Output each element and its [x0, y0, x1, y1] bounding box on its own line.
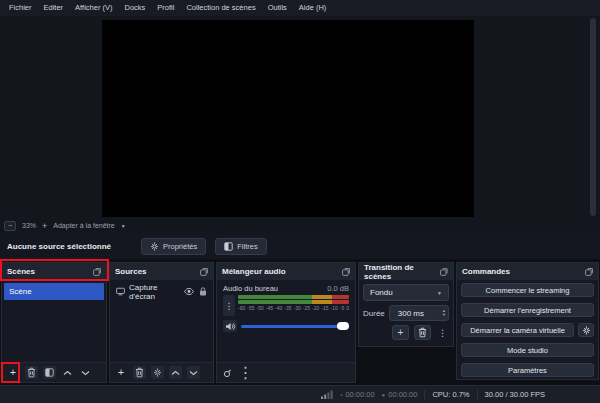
start-recording-button[interactable]: Démarrer l'enregistrement — [461, 303, 594, 317]
source-item-label: Capture d'écran — [129, 283, 180, 301]
filter-icon — [224, 242, 233, 251]
source-item-actions — [184, 287, 207, 296]
add-transition-button[interactable]: + — [392, 325, 409, 340]
stream-status-icon: ▪ — [340, 392, 342, 398]
dock-popout-icon — [440, 268, 448, 276]
record-time: ● 00:00:00 — [382, 390, 418, 399]
move-source-down-button[interactable] — [187, 366, 200, 379]
menu-item-aide[interactable]: Aide (H) — [293, 0, 333, 16]
audio-mixer-panel-header[interactable]: Mélangeur audio — [217, 263, 355, 280]
sources-panel-title: Sources — [115, 267, 147, 276]
fit-to-window-label[interactable]: Adapter à la fenêtre — [53, 222, 115, 229]
transition-type-select[interactable]: Fondu ▼ — [363, 284, 449, 301]
source-properties-button[interactable] — [151, 366, 164, 379]
menu-item-outils[interactable]: Outils — [262, 0, 293, 16]
no-source-selected-label: Aucune source sélectionné — [7, 242, 111, 251]
filters-button-label: Filtres — [237, 242, 257, 251]
remove-scene-button[interactable] — [25, 366, 38, 379]
chevron-down-icon[interactable]: ▼ — [121, 223, 126, 229]
menu-item-afficher[interactable]: Afficher (V) — [69, 0, 118, 16]
lock-icon[interactable] — [199, 287, 207, 296]
scenes-panel: Scènes Scène + — [1, 262, 107, 383]
zoom-in-button[interactable]: + — [42, 221, 47, 231]
add-scene-button[interactable]: + — [6, 366, 20, 379]
controls-panel-header[interactable]: Commandes — [457, 263, 598, 280]
knob-icon — [223, 368, 233, 378]
advanced-audio-button[interactable] — [221, 366, 234, 379]
start-streaming-button[interactable]: Commencer le streaming — [461, 283, 594, 297]
volume-slider[interactable] — [241, 325, 349, 328]
trash-icon — [27, 367, 36, 378]
studio-mode-button[interactable]: Mode studio — [461, 343, 594, 357]
scenes-panel-title: Scènes — [7, 267, 35, 276]
remove-transition-button[interactable] — [414, 325, 431, 340]
scenes-panel-header[interactable]: Scènes — [2, 263, 106, 280]
meter-green-segment — [238, 300, 312, 304]
move-scene-up-button[interactable] — [61, 366, 74, 379]
chevron-down-icon — [189, 370, 198, 376]
menu-item-collection-de-scenes[interactable]: Collection de scènes — [180, 0, 261, 16]
statusbar-divider — [477, 390, 478, 400]
preview-vertical-scrollbar[interactable] — [590, 18, 596, 216]
spin-down-icon[interactable]: ▾ — [443, 313, 445, 317]
virtual-camera-settings-button[interactable] — [578, 323, 594, 337]
menu-item-editer[interactable]: Editer — [38, 0, 70, 16]
scene-transitions-body: Fondu ▼ Durée 300 ms ▴ ▾ + ⋮ — [359, 280, 453, 344]
mixer-channel-name: Audio du bureau — [223, 284, 278, 293]
scene-transitions-panel-title: Transition de scènes — [364, 263, 440, 281]
scene-transitions-panel: Transition de scènes Fondu ▼ Durée 300 m… — [358, 262, 454, 347]
scene-transitions-panel-header[interactable]: Transition de scènes — [359, 263, 453, 280]
move-source-up-button[interactable] — [169, 366, 182, 379]
sources-panel-header[interactable]: Sources — [110, 263, 213, 280]
scene-filters-button[interactable] — [43, 366, 56, 379]
menu-item-docks[interactable]: Docks — [118, 0, 151, 16]
mute-toggle-button[interactable] — [223, 320, 237, 332]
controls-panel: Commandes Commencer le streaming Démarre… — [456, 262, 599, 380]
zoom-level-value: 33% — [22, 222, 36, 229]
statusbar-divider — [424, 390, 425, 400]
mixer-meter-block: ⋮ -60-55-50-45-40-35-30-25-20-15-10-50 — [217, 295, 355, 316]
transition-menu-button[interactable]: ⋮ — [436, 328, 449, 338]
meter-orange-segment — [312, 295, 333, 299]
duration-spin-arrows[interactable]: ▴ ▾ — [443, 309, 445, 317]
start-virtual-camera-button[interactable]: Démarrer la caméra virtuelle — [461, 323, 574, 337]
zoom-out-button[interactable]: − — [4, 221, 16, 231]
meter-red-segment — [332, 295, 349, 299]
menu-item-profil[interactable]: Profil — [151, 0, 180, 16]
virtual-camera-row: Démarrer la caméra virtuelle — [461, 323, 594, 337]
dock-popout-icon — [93, 268, 101, 276]
eye-visibility-icon[interactable] — [184, 288, 194, 295]
mixer-volume-row — [217, 316, 355, 336]
filters-button[interactable]: Filtres — [215, 238, 266, 255]
sources-toolbar: + — [110, 362, 213, 382]
display-capture-icon — [116, 287, 125, 296]
remove-source-button[interactable] — [133, 366, 146, 379]
menu-bar: Fichier Editer Afficher (V) Docks Profil… — [0, 0, 600, 16]
source-list-item[interactable]: Capture d'écran — [113, 284, 210, 299]
stream-time: ▪ 00:00:00 — [340, 390, 374, 399]
preview-canvas[interactable] — [102, 20, 474, 217]
gear-icon — [150, 242, 159, 251]
dock-popout-icon — [200, 268, 208, 276]
gear-icon — [153, 368, 162, 377]
transition-selected-value: Fondu — [370, 288, 393, 297]
duration-value: 300 ms — [398, 309, 424, 318]
move-scene-down-button[interactable] — [79, 366, 92, 379]
properties-button[interactable]: Propriétés — [141, 238, 206, 255]
mixer-channel-menu-button[interactable]: ⋮ — [223, 295, 235, 316]
transition-actions: + ⋮ — [363, 325, 449, 340]
settings-button[interactable]: Paramètres — [461, 363, 594, 377]
scene-list-item-selected[interactable]: Scène — [4, 283, 104, 300]
mixer-menu-button[interactable]: ⋮ — [239, 366, 252, 379]
chevron-up-icon — [171, 370, 180, 376]
source-context-bar: Aucune source sélectionné Propriétés Fil… — [0, 233, 600, 259]
menu-item-fichier[interactable]: Fichier — [3, 0, 38, 16]
duration-spinbox[interactable]: 300 ms ▴ ▾ — [389, 305, 449, 321]
add-source-button[interactable]: + — [114, 366, 128, 379]
fps-indicator: 30.00 / 30.00 FPS — [485, 390, 545, 399]
meter-red-segment — [332, 300, 349, 304]
speaker-icon — [225, 322, 236, 331]
status-bar: ▪ 00:00:00 ● 00:00:00 CPU: 0.7% 30.00 / … — [0, 385, 600, 403]
volume-slider-handle[interactable] — [337, 322, 349, 330]
trash-icon — [418, 327, 427, 338]
